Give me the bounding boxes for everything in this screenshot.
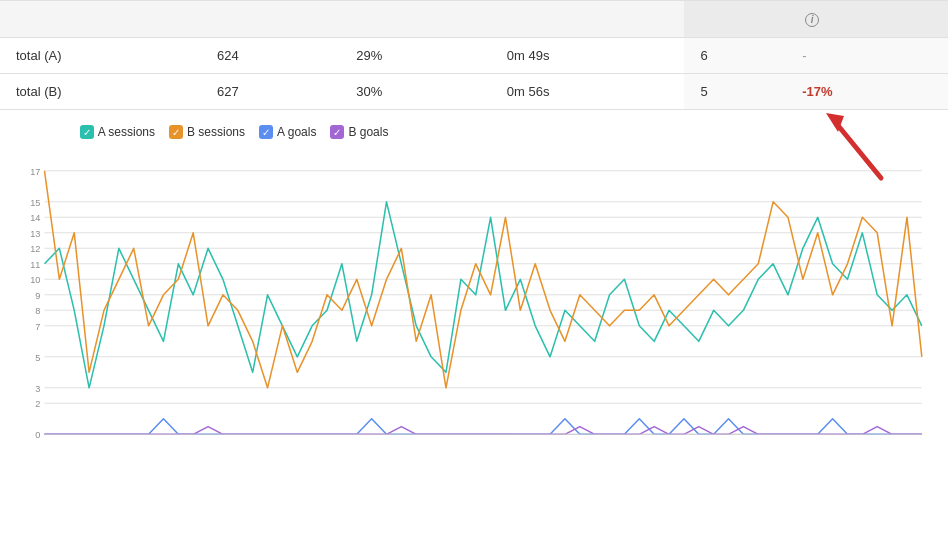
legend-color-box: ✓ xyxy=(259,125,273,139)
table-row: total (A) 624 29% 0m 49s 6 - xyxy=(0,37,948,73)
chart-container: 023578910111213141517 xyxy=(16,145,932,455)
cell-goal: 5 xyxy=(684,73,786,109)
cell-improvement: - xyxy=(786,37,948,73)
cell-sessions: 624 xyxy=(201,37,340,73)
legend-item[interactable]: ✓ B sessions xyxy=(169,125,245,139)
chart-legend: ✓ A sessions ✓ B sessions ✓ A goals ✓ B … xyxy=(80,125,389,139)
cell-goal: 6 xyxy=(684,37,786,73)
cell-scrolls: 29% xyxy=(340,37,491,73)
legend-item[interactable]: ✓ A sessions xyxy=(80,125,155,139)
cell-avg-session: 0m 49s xyxy=(491,37,685,73)
svg-text:2: 2 xyxy=(35,400,40,410)
legend-color-box: ✓ xyxy=(330,125,344,139)
svg-text:5: 5 xyxy=(35,353,40,363)
svg-text:9: 9 xyxy=(35,291,40,301)
legend-label: A sessions xyxy=(98,125,155,139)
svg-text:12: 12 xyxy=(30,245,40,255)
col-header-sessions-count xyxy=(201,1,340,38)
cell-improvement: -17% xyxy=(786,73,948,109)
cell-avg-session: 0m 56s xyxy=(491,73,685,109)
cell-variant: total (B) xyxy=(0,73,201,109)
improvement-info-icon[interactable]: i xyxy=(805,13,819,27)
cell-scrolls: 30% xyxy=(340,73,491,109)
svg-text:11: 11 xyxy=(30,260,40,270)
total-sessions-chart-section: ✓ A sessions ✓ B sessions ✓ A goals ✓ B … xyxy=(0,110,948,456)
legend-label: B sessions xyxy=(187,125,245,139)
col-header-scrolls xyxy=(340,1,491,38)
line-chart: 023578910111213141517 xyxy=(16,145,932,455)
svg-text:15: 15 xyxy=(30,198,40,208)
legend-item[interactable]: ✓ A goals xyxy=(259,125,316,139)
svg-text:8: 8 xyxy=(35,307,40,317)
svg-text:7: 7 xyxy=(35,322,40,332)
svg-text:17: 17 xyxy=(30,167,40,177)
cell-variant: total (A) xyxy=(0,37,201,73)
legend-label: A goals xyxy=(277,125,316,139)
svg-text:14: 14 xyxy=(30,214,40,224)
ab-test-table: i total (A) 624 29% 0m 49s 6 - total (B)… xyxy=(0,0,948,110)
svg-text:3: 3 xyxy=(35,384,40,394)
svg-text:13: 13 xyxy=(30,229,40,239)
col-header-avg-session xyxy=(491,1,685,38)
svg-text:10: 10 xyxy=(30,276,40,286)
table-row: total (B) 627 30% 0m 56s 5 -17% xyxy=(0,73,948,109)
col-header-variants xyxy=(0,1,201,38)
legend-color-box: ✓ xyxy=(80,125,94,139)
cell-sessions: 627 xyxy=(201,73,340,109)
legend-label: B goals xyxy=(348,125,388,139)
col-header-goal xyxy=(684,1,786,38)
legend-item[interactable]: ✓ B goals xyxy=(330,125,388,139)
svg-text:0: 0 xyxy=(35,431,40,441)
legend-color-box: ✓ xyxy=(169,125,183,139)
col-header-improvement: i xyxy=(786,1,948,38)
